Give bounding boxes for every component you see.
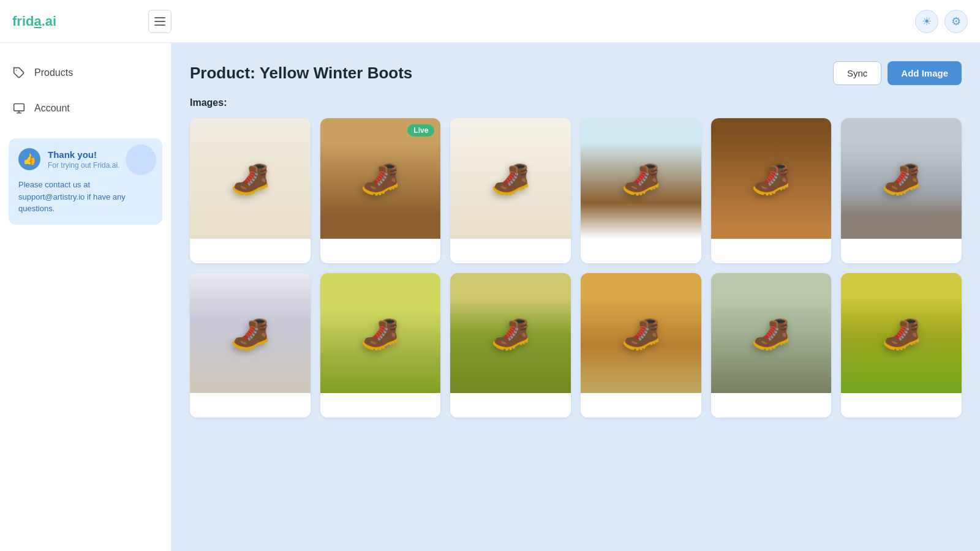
live-badge: Live bbox=[407, 124, 434, 137]
boot-visual-4: 🥾 bbox=[581, 118, 701, 239]
sidebar-item-products-label: Products bbox=[34, 67, 73, 78]
image-6: 🥾 bbox=[841, 118, 962, 239]
sidebar-item-account-label: Account bbox=[34, 103, 70, 114]
image-card-6[interactable]: 🥾 bbox=[841, 118, 962, 263]
main-content: Product: Yellow Winter Boots Sync Add Im… bbox=[172, 43, 980, 551]
logo-text: frida.ai bbox=[12, 13, 56, 29]
account-icon bbox=[12, 102, 26, 115]
logo: frida.ai bbox=[12, 13, 56, 29]
sidebar-item-products[interactable]: Products bbox=[0, 55, 171, 91]
sync-button[interactable]: Sync bbox=[833, 61, 881, 85]
hamburger-line-1 bbox=[154, 17, 165, 18]
gear-icon: ⚙ bbox=[951, 15, 961, 28]
image-grid: 🥾 Live 🥾 🥾 bbox=[190, 118, 962, 418]
add-image-button[interactable]: Add Image bbox=[888, 61, 962, 85]
image-card-11-footer bbox=[711, 393, 832, 418]
boot-visual-5: 🥾 bbox=[711, 118, 832, 239]
hamburger-button[interactable] bbox=[148, 10, 172, 33]
image-9: 🥾 bbox=[450, 273, 571, 394]
image-card-2[interactable]: Live 🥾 bbox=[320, 118, 441, 263]
image-1: 🥾 bbox=[190, 118, 311, 239]
boot-visual-10: 🥾 bbox=[581, 273, 701, 394]
images-label: Images: bbox=[190, 97, 962, 108]
image-card-4[interactable]: 🥾 bbox=[581, 118, 701, 263]
image-3: 🥾 bbox=[450, 118, 571, 239]
image-card-3-footer bbox=[450, 239, 571, 263]
boot-visual-6: 🥾 bbox=[841, 118, 962, 239]
boot-visual-12: 🥾 bbox=[841, 273, 962, 394]
app-header: frida.ai ☀ ⚙ bbox=[0, 0, 980, 43]
settings-button[interactable]: ⚙ bbox=[944, 10, 968, 33]
image-card-9[interactable]: 🥾 bbox=[450, 273, 571, 418]
hamburger-line-2 bbox=[154, 21, 165, 22]
product-title: Product: Yellow Winter Boots bbox=[190, 64, 412, 83]
boot-visual-11: 🥾 bbox=[711, 273, 832, 394]
image-2: Live 🥾 bbox=[320, 118, 441, 239]
image-card-12-footer bbox=[841, 393, 962, 418]
thank-you-title: Thank you! bbox=[48, 149, 119, 160]
theme-toggle-button[interactable]: ☀ bbox=[915, 10, 938, 33]
image-12: 🥾 bbox=[841, 273, 962, 394]
image-card-8-footer bbox=[320, 393, 441, 418]
image-8: 🥾 bbox=[320, 273, 441, 394]
image-card-4-footer bbox=[581, 239, 701, 263]
image-card-5-footer bbox=[711, 239, 832, 263]
thank-you-text-group: Thank you! For trying out Frida.ai. bbox=[48, 149, 119, 170]
image-card-3[interactable]: 🥾 bbox=[450, 118, 571, 263]
image-card-2-footer bbox=[320, 239, 441, 263]
header-buttons: Sync Add Image bbox=[833, 61, 962, 85]
sidebar: Products Account 👍 Thank you! For trying… bbox=[0, 43, 172, 551]
header-right: ☀ ⚙ bbox=[915, 10, 968, 33]
product-header: Product: Yellow Winter Boots Sync Add Im… bbox=[190, 61, 962, 85]
app-layout: Products Account 👍 Thank you! For trying… bbox=[0, 43, 980, 551]
thank-you-body: Please contact us at support@artistry.io… bbox=[18, 179, 153, 215]
image-4: 🥾 bbox=[581, 118, 701, 239]
image-11: 🥾 bbox=[711, 273, 832, 394]
hamburger-line-3 bbox=[154, 24, 165, 26]
image-card-5[interactable]: 🥾 bbox=[711, 118, 832, 263]
sidebar-item-account[interactable]: Account bbox=[0, 91, 171, 126]
image-5: 🥾 bbox=[711, 118, 832, 239]
image-7: 🥾 bbox=[190, 273, 311, 394]
image-card-8[interactable]: 🥾 bbox=[320, 273, 441, 418]
image-card-12[interactable]: 🥾 bbox=[841, 273, 962, 418]
boot-visual-9: 🥾 bbox=[450, 273, 571, 394]
image-card-10[interactable]: 🥾 bbox=[581, 273, 701, 418]
thank-you-subtitle: For trying out Frida.ai. bbox=[48, 161, 119, 170]
thumbs-up-icon: 👍 bbox=[18, 148, 40, 170]
image-card-9-footer bbox=[450, 393, 571, 418]
svg-rect-1 bbox=[14, 104, 24, 111]
thank-you-card: 👍 Thank you! For trying out Frida.ai. Pl… bbox=[9, 138, 162, 225]
image-card-1[interactable]: 🥾 bbox=[190, 118, 311, 263]
image-card-7[interactable]: 🥾 bbox=[190, 273, 311, 418]
boot-visual-3: 🥾 bbox=[450, 118, 571, 239]
image-10: 🥾 bbox=[581, 273, 701, 394]
image-card-10-footer bbox=[581, 393, 701, 418]
boot-visual-7: 🥾 bbox=[190, 273, 311, 394]
image-card-11[interactable]: 🥾 bbox=[711, 273, 832, 418]
image-card-6-footer bbox=[841, 239, 962, 263]
boot-visual-8: 🥾 bbox=[320, 273, 441, 394]
image-card-7-footer bbox=[190, 393, 311, 418]
tag-icon bbox=[12, 66, 26, 80]
image-card-1-footer bbox=[190, 239, 311, 263]
boot-visual-1: 🥾 bbox=[190, 118, 311, 239]
sun-icon: ☀ bbox=[922, 15, 932, 28]
card-decoration bbox=[126, 144, 156, 175]
